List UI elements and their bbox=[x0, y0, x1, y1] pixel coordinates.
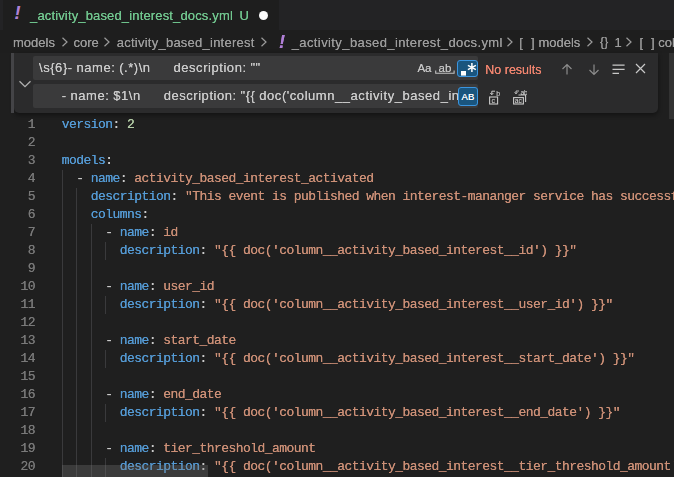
svg-text:ac: ac bbox=[515, 97, 523, 104]
svg-text:ab: ab bbox=[520, 90, 527, 96]
svg-text:c: c bbox=[491, 97, 495, 104]
svg-text:b: b bbox=[496, 90, 500, 97]
